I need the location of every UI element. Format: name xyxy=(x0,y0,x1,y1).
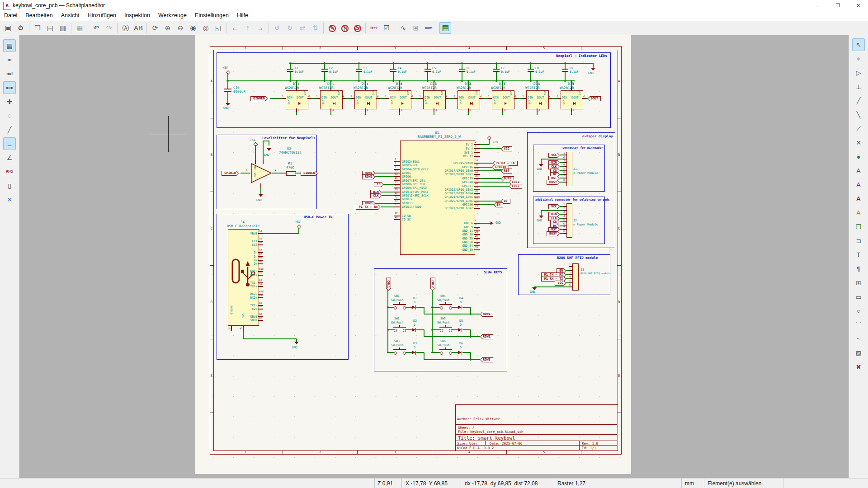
maximize-button[interactable]: ❐ xyxy=(828,0,848,11)
toolbar-assign-footprints-button[interactable]: ▱ xyxy=(351,22,363,34)
toolbar-browse-symbol-libraries-button[interactable]: ◫ xyxy=(339,22,350,34)
menu-datei[interactable]: Datei xyxy=(0,11,21,20)
global-label-VCC[interactable]: VCC xyxy=(548,204,560,210)
right-toolbar-arc-button[interactable]: ⌒ xyxy=(852,319,865,331)
schematic-canvas[interactable]: 1122334455AABBCCDDEEAuthor: Felix Wittwe… xyxy=(19,35,849,478)
toolbar-nav-previous-sheet-button[interactable]: ← xyxy=(229,22,241,34)
toolbar-rotate-cw-button[interactable]: ↻ xyxy=(284,22,296,34)
toolbar-zoom-out-button[interactable]: ⊖ xyxy=(175,22,186,34)
global-label-CLK[interactable]: CLK xyxy=(370,193,382,199)
right-toolbar-text-button[interactable]: T xyxy=(852,249,865,261)
toolbar-redo-button[interactable]: ↷ xyxy=(103,22,115,34)
menu-bearbeiten[interactable]: Bearbeiten xyxy=(21,11,57,20)
right-toolbar-hierarchical-label-button[interactable]: A xyxy=(852,206,865,219)
left-toolbar-properties-panel-button[interactable]: ✕ xyxy=(3,193,16,206)
left-toolbar-units-mils-button[interactable]: mil xyxy=(3,67,16,80)
toolbar-nav-next-sheet-button[interactable]: → xyxy=(255,22,266,34)
right-toolbar-selection-tool-button[interactable]: ↖ xyxy=(852,38,865,51)
global-label-RST[interactable]: RST xyxy=(501,169,512,174)
right-toolbar-directive-label-button[interactable]: A xyxy=(852,178,865,191)
toolbar-page-settings-button[interactable]: ❐ xyxy=(32,22,43,34)
toolbar-hierarchy-navigator-button[interactable]: ↑ xyxy=(242,22,254,34)
symbol-R1[interactable] xyxy=(286,171,296,176)
section-neopixel[interactable] xyxy=(217,52,611,128)
menu-einstellungen[interactable]: Einstellungen xyxy=(191,11,233,20)
right-toolbar-place-symbol-button[interactable]: ▷ xyxy=(852,66,865,79)
menu-werkzeuge[interactable]: Werkzeuge xyxy=(154,11,191,20)
right-toolbar-table-button[interactable]: ⊞ xyxy=(852,277,865,289)
toolbar-save-button[interactable]: ▣ xyxy=(2,22,14,34)
right-toolbar-bus-entry-button[interactable]: ⟋ xyxy=(852,122,865,135)
left-toolbar-units-mm-button[interactable]: mm xyxy=(3,81,16,94)
toolbar-erc-check-button[interactable]: ☑ xyxy=(381,22,392,34)
global-label-SOUT[interactable]: SOUT xyxy=(588,96,601,102)
global-label-ROW1[interactable]: ROW1 xyxy=(480,312,493,317)
toolbar-zoom-in-button[interactable]: ⊕ xyxy=(162,22,174,34)
right-toolbar-sheet-pin-button[interactable]: ⊐ xyxy=(852,235,865,247)
left-toolbar-line-mode-free-button[interactable]: ╱ xyxy=(3,123,16,136)
global-label-VCC[interactable]: VCC xyxy=(548,153,560,158)
schematic-sheet[interactable]: 1122334455AABBCCDDEEAuthor: Felix Wittwe… xyxy=(195,35,631,474)
right-toolbar-bezier-button[interactable]: ~ xyxy=(852,333,865,345)
right-toolbar-highlight-net-button[interactable]: ⌖ xyxy=(852,52,865,65)
toolbar-plot-button[interactable]: ▥ xyxy=(57,22,69,34)
menu-hinzufügen[interactable]: Hinzufügen xyxy=(84,11,120,20)
close-button[interactable]: ✕ xyxy=(848,0,868,11)
global-label-COL2[interactable]: COL2 xyxy=(430,277,436,291)
toolbar-mirror-horizontal-button[interactable]: ⇄ xyxy=(297,22,308,34)
menu-hilfe[interactable]: Hilfe xyxy=(233,11,252,20)
right-toolbar-draw-wire-button[interactable]: ╱ xyxy=(852,94,865,107)
left-toolbar-cursor-shape-button[interactable]: ✚ xyxy=(3,95,16,108)
toolbar-find-replace-button[interactable]: AB xyxy=(132,22,144,34)
global-label-ROW2[interactable]: ROW2 xyxy=(362,174,375,180)
toolbar-edit-symbol-fields-button[interactable]: ✎ xyxy=(326,22,338,34)
toolbar-schematic-setup-button[interactable]: ⚙ xyxy=(15,22,27,34)
right-toolbar-net-label-button[interactable]: A xyxy=(852,164,865,177)
right-toolbar-text-box-button[interactable]: ¶ xyxy=(852,263,865,275)
global-label-VCC[interactable]: VCC xyxy=(555,281,566,286)
toolbar-find-button[interactable]: Ⓐ xyxy=(120,22,132,34)
right-toolbar-delete-tool-button[interactable]: ✖ xyxy=(852,361,865,373)
right-toolbar-no-connect-flag-button[interactable]: ✕ xyxy=(852,136,865,149)
global-label-DINNEO[interactable]: DINNEO xyxy=(301,171,318,176)
right-toolbar-draw-bus-button[interactable]: ╲ xyxy=(852,108,865,121)
minimize-button[interactable]: – xyxy=(807,0,828,11)
global-label-BUSY[interactable]: BUSY xyxy=(547,231,560,237)
right-toolbar-rectangle-button[interactable]: ▭ xyxy=(852,291,865,303)
left-toolbar-line-mode-90-button[interactable]: ∟ xyxy=(3,137,16,150)
left-toolbar-show-hidden-pins-button[interactable]: ◌ xyxy=(3,109,16,122)
toolbar-zoom-fit-objects-button[interactable]: ◎ xyxy=(200,22,212,34)
left-toolbar-annotate-automatic-button[interactable]: R42 xyxy=(3,165,16,178)
global-label-COL1[interactable]: COL1 xyxy=(386,277,392,291)
left-toolbar-line-mode-45-button[interactable]: ∠ xyxy=(3,151,16,164)
toolbar-annotate-button[interactable]: R?? xyxy=(368,22,380,34)
toolbar-bom-button[interactable]: bom xyxy=(423,22,434,34)
global-label-BUSY[interactable]: BUSY xyxy=(547,180,560,185)
global-label-GPIO18[interactable]: GPIO18 xyxy=(222,171,239,176)
symbol-J2[interactable] xyxy=(566,203,572,238)
right-toolbar-circle-button[interactable]: ○ xyxy=(852,305,865,317)
toolbar-refresh-button[interactable]: ⟳ xyxy=(149,22,161,34)
left-toolbar-hierarchy-panel-button[interactable]: ▯ xyxy=(3,179,16,192)
global-label-COL2[interactable]: COL2 xyxy=(509,184,522,189)
right-toolbar-junction-button[interactable]: ● xyxy=(852,150,865,163)
global-label-ROW3[interactable]: ROW3 xyxy=(480,357,493,363)
menu-inspektion[interactable]: Inspektion xyxy=(120,11,154,20)
toolbar-open-pcb-editor-button[interactable]: ▦ xyxy=(439,22,451,34)
global-label-ROW2[interactable]: ROW2 xyxy=(480,334,493,340)
toolbar-mirror-vertical-button[interactable]: ⇅ xyxy=(309,22,321,34)
toolbar-rotate-ccw-button[interactable]: ↺ xyxy=(271,22,283,34)
global-label-VCC[interactable]: VCC xyxy=(501,146,512,152)
right-toolbar-global-label-button[interactable]: A xyxy=(852,192,865,205)
right-toolbar-place-power-port-button[interactable]: ⊥ xyxy=(852,80,865,93)
global-label-DINNEO[interactable]: DINNEO xyxy=(250,96,268,102)
symbol-J1[interactable] xyxy=(566,152,572,186)
right-toolbar-image-button[interactable]: ▨ xyxy=(852,347,865,359)
toolbar-print-button[interactable]: ▤ xyxy=(44,22,56,34)
toolbar-paste-button[interactable]: ▦ xyxy=(74,22,85,34)
left-toolbar-units-inches-button[interactable]: in xyxy=(3,53,16,66)
toolbar-symbol-fields-table-button[interactable]: ⊞ xyxy=(410,22,422,34)
toolbar-zoom-fit-page-button[interactable]: ◉ xyxy=(187,22,199,34)
menu-ansicht[interactable]: Ansicht xyxy=(57,11,84,20)
right-toolbar-hierarchical-sheet-button[interactable]: ❐ xyxy=(852,221,865,233)
